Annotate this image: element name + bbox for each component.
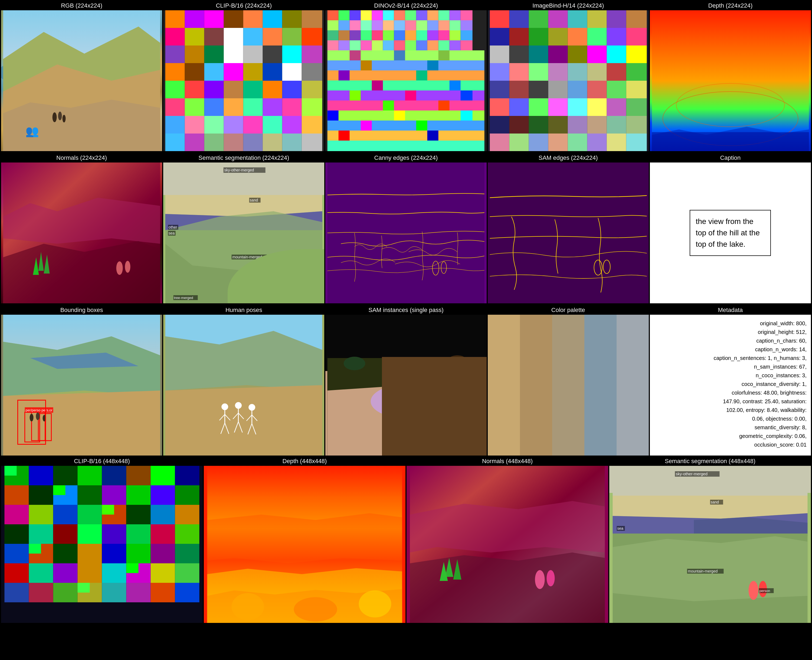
svg-rect-218 [626, 133, 647, 151]
svg-rect-23 [302, 28, 322, 46]
svg-rect-129 [328, 100, 484, 111]
svg-rect-343 [127, 544, 151, 563]
svg-rect-363 [53, 485, 65, 495]
svg-rect-134 [350, 50, 361, 60]
svg-rect-18 [204, 28, 224, 46]
svg-marker-376 [410, 501, 605, 552]
caption-text: the view from the top of the hill at the… [696, 217, 760, 248]
svg-rect-91 [394, 20, 405, 30]
svg-rect-93 [416, 20, 427, 30]
svg-rect-12 [243, 10, 263, 28]
svg-point-397 [749, 581, 758, 600]
svg-rect-189 [529, 81, 548, 98]
svg-rect-350 [102, 563, 127, 583]
svg-rect-160 [587, 10, 606, 28]
cell-dinov2: DINOv2-B/14 (224x224) [325, 1, 486, 151]
svg-rect-205 [529, 116, 548, 133]
svg-rect-115 [372, 40, 383, 50]
label-normals: Normals (224x224) [1, 153, 162, 162]
svg-rect-139 [339, 70, 350, 81]
svg-point-382 [547, 570, 555, 586]
svg-marker-297 [381, 390, 484, 455]
svg-rect-88 [361, 20, 372, 30]
svg-rect-164 [509, 28, 529, 46]
svg-rect-151 [361, 121, 372, 130]
svg-point-381 [535, 570, 545, 589]
svg-rect-323 [29, 505, 53, 524]
svg-rect-344 [151, 544, 175, 563]
svg-rect-203 [490, 116, 509, 133]
svg-rect-47 [302, 81, 322, 98]
label-depth: Depth (224x224) [650, 1, 811, 10]
svg-rect-159 [568, 10, 587, 28]
cell-semseg448: Semantic segmentation (448x448) sky-othe… [609, 457, 811, 623]
svg-rect-120 [427, 40, 438, 50]
cell-clip448: CLIP-B/16 (448x448) [1, 457, 203, 623]
cell-caption: Caption the view from the top of the hil… [650, 153, 811, 303]
svg-rect-28 [243, 46, 263, 63]
svg-rect-17 [185, 28, 204, 46]
svg-rect-177 [606, 46, 626, 63]
svg-rect-321 [175, 485, 199, 505]
svg-point-300 [436, 414, 444, 430]
image-normals [1, 162, 162, 303]
svg-rect-315 [29, 485, 53, 505]
svg-marker-377 [410, 552, 605, 623]
svg-rect-71 [302, 133, 322, 151]
svg-rect-249 [287, 270, 301, 274]
svg-rect-55 [302, 98, 322, 116]
svg-text:tree-merged: tree-merged [174, 296, 193, 300]
meta-line-7: coco_instance_diversity: 1, [654, 380, 807, 389]
svg-rect-77 [383, 10, 394, 20]
svg-rect-265 [32, 412, 45, 441]
label-imagebind: ImageBind-H/14 (224x224) [488, 1, 649, 10]
svg-rect-37 [263, 63, 282, 81]
svg-rect-57 [185, 116, 204, 133]
svg-rect-58 [204, 116, 224, 133]
svg-rect-61 [263, 116, 282, 133]
svg-rect-68 [243, 133, 263, 151]
svg-rect-141 [372, 81, 383, 90]
svg-rect-157 [529, 10, 548, 28]
svg-rect-362 [5, 466, 17, 476]
cell-sam-edges: SAM edges (224x224) [488, 153, 649, 303]
svg-rect-334 [102, 524, 127, 544]
svg-rect-213 [529, 133, 548, 151]
svg-rect-318 [102, 485, 127, 505]
svg-rect-109 [450, 30, 461, 40]
svg-rect-34 [204, 63, 224, 81]
svg-rect-54 [282, 98, 302, 116]
image-metadata: original_width: 800, original_height: 51… [650, 315, 811, 455]
svg-rect-169 [606, 28, 626, 46]
svg-rect-48 [165, 98, 185, 116]
label-poses: Human poses [163, 306, 324, 315]
svg-rect-204 [509, 116, 529, 133]
palette-strip-1 [520, 315, 552, 455]
svg-rect-335 [127, 524, 151, 544]
meta-line-5: n_sam_instances: 67, [654, 362, 807, 371]
svg-rect-181 [529, 63, 548, 81]
svg-point-302 [344, 357, 366, 370]
svg-text:sea: sea [617, 526, 624, 530]
image-rgb [1, 10, 162, 151]
svg-rect-309 [78, 466, 102, 485]
svg-point-373 [294, 597, 337, 622]
meta-line-11: 0.06, objectness: 0.00, [654, 414, 807, 423]
svg-rect-185 [606, 63, 626, 81]
svg-rect-364 [102, 505, 114, 514]
svg-rect-183 [568, 63, 587, 81]
svg-text:sand: sand [250, 198, 258, 202]
svg-rect-56 [165, 116, 185, 133]
svg-rect-156 [509, 10, 529, 28]
svg-rect-127 [328, 81, 484, 90]
svg-point-7 [63, 115, 66, 122]
svg-rect-312 [151, 466, 175, 485]
svg-point-298 [371, 385, 436, 417]
label-semseg448: Semantic segmentation (448x448) [609, 457, 811, 466]
svg-rect-75 [361, 10, 372, 20]
image-caption: the view from the top of the hill at the… [650, 162, 811, 303]
svg-rect-366 [127, 563, 139, 573]
svg-rect-192 [587, 81, 606, 98]
svg-rect-333 [78, 524, 102, 544]
svg-rect-43 [224, 81, 243, 98]
